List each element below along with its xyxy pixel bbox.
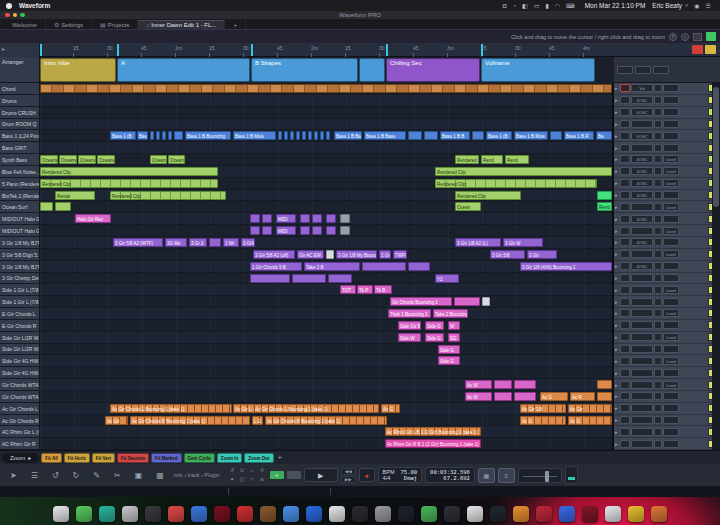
clip[interactable]: Bass 1 B Bouncing [185,131,231,140]
level-block[interactable]: Level [663,357,679,365]
track-lane[interactable]: OceansOceansOceansOceansOceansOceansRend… [40,154,612,165]
clip[interactable]: Bass 1 B R [564,131,594,140]
undo-icon[interactable]: ↺ [52,471,59,480]
rack-block[interactable] [620,250,630,258]
plugin-block[interactable] [631,392,653,400]
shield-icon[interactable]: ◘ [503,3,507,9]
track-lane[interactable]: Rendered ClipRendered Clip [40,178,612,189]
plugin-block[interactable]: 4OSC [631,132,653,140]
app-icon[interactable] [605,506,621,522]
automation-button[interactable] [705,45,716,54]
clip[interactable] [454,297,480,306]
clip[interactable]: 3 Gtr 5/8 [490,250,525,259]
level-block[interactable]: Level [663,381,679,389]
cpu-meter-button[interactable]: ▦ [478,468,495,483]
rack-block[interactable] [654,215,662,223]
control-center-icon[interactable]: ☰ [706,2,711,9]
level-block[interactable] [663,428,679,436]
app-icon[interactable] [99,506,115,522]
track-header[interactable]: 3 Gtr Cherpy Del [0,273,40,284]
siri-icon[interactable]: ◉ [694,2,699,9]
section-marker[interactable] [40,44,42,56]
plugin-block[interactable]: 4OSC [631,108,653,116]
clip[interactable]: MIDI [276,214,296,223]
clip[interactable]: Halo Gtr Rev [75,214,111,223]
track-header[interactable]: AC Rhtm Gtr R [0,438,40,449]
expand-icon[interactable]: ▸ [615,310,619,316]
monitor-icon[interactable] [693,33,702,41]
clip[interactable]: Bass 1 B Bass [364,131,406,140]
clip[interactable]: Side G [425,333,444,342]
expand-icon[interactable]: ▸ [615,168,619,174]
clip[interactable]: Rendered Clip [110,191,226,200]
clip[interactable] [514,392,536,401]
track-header[interactable]: BioTek 2 (Render... [0,190,40,201]
rack-block[interactable] [620,416,630,424]
plugin-block[interactable]: Vol [631,84,653,92]
bell-icon[interactable]: ◔ [512,3,516,9]
track-header[interactable]: E-Gtr Chords L [0,308,40,319]
expand-icon[interactable]: ▸ [615,275,619,281]
rack-block[interactable] [654,440,662,448]
clip[interactable]: Rendered Clip [40,167,218,176]
clip[interactable] [290,131,294,140]
expand-icon[interactable]: ▸ [615,393,619,399]
clip[interactable] [250,274,290,283]
record-safety-button[interactable] [692,45,703,54]
app-icon[interactable] [237,506,253,522]
rack-block[interactable] [654,321,662,329]
track-header[interactable]: Drums CRUSH [0,107,40,118]
clip[interactable] [209,238,221,247]
track-header[interactable]: Drums [0,95,40,106]
track-header[interactable]: Drum ROOM Q [0,119,40,130]
clip[interactable]: 3 Gtr [527,250,557,259]
zoom-preset-zoom-in[interactable]: Zoom In [217,453,243,463]
clip[interactable]: Bass 1 (B [486,131,512,140]
track-lane[interactable]: 3 Gtr 5/8 A2 (off)Gtr AC EW3 Gtr 1/8 My … [40,249,612,260]
track-header[interactable]: Gtr Chords WTA... [0,379,40,390]
clip[interactable]: TOT [340,285,356,294]
plugin-block[interactable]: 4OSC [631,238,653,246]
rack-block[interactable] [654,392,662,400]
clip[interactable] [312,226,322,235]
rack-block[interactable] [654,120,662,128]
track-lane[interactable]: Ac WAc GAc R [40,391,612,402]
clip[interactable]: Bass 1 B Mois [514,131,548,140]
pencil-icon[interactable]: ✎ [93,471,100,480]
clip[interactable]: Ac G [540,392,568,401]
level-block[interactable]: Level [663,333,679,341]
clip[interactable] [326,131,330,140]
rack-block[interactable] [620,215,630,223]
plugin-block[interactable]: 4OSC [631,215,653,223]
arranger-section[interactable] [359,58,385,82]
clip[interactable]: Gtr Chords Bouncing 1 [390,297,452,306]
clip[interactable]: Ac Rhtm Gtr R B 1 (2 Gtr) Bouncing 1 (ta… [385,439,481,448]
breadcrumb[interactable]: min › track › Plugin [174,472,220,478]
rack-block[interactable] [654,428,662,436]
clip[interactable] [340,214,350,223]
rack-block[interactable] [620,333,630,341]
section-marker[interactable] [251,44,253,56]
level-block[interactable] [663,392,679,400]
level-block[interactable] [663,298,679,306]
plugin-block[interactable] [631,345,653,353]
track-header[interactable]: Bass GRIT [0,142,40,153]
tab-projects[interactable]: ▤Projects [92,20,138,29]
clip[interactable]: Ac G [381,404,400,413]
clip[interactable]: Rendered Clip [455,191,521,200]
track-header[interactable]: Chord [0,83,40,94]
clip[interactable] [174,131,183,140]
clip[interactable] [55,202,71,211]
app-icon[interactable] [582,506,598,522]
app-icon[interactable] [628,506,644,522]
skip-buttons[interactable]: ◀◀ ▶▶ [341,468,356,483]
track-lane[interactable]: Side Gtr BSide GW [40,320,612,331]
clip[interactable] [262,226,272,235]
clip[interactable]: 3 Gtr W [503,238,543,247]
level-block[interactable] [663,440,679,448]
expand-icon[interactable]: ▸ [615,334,619,340]
app-icon[interactable] [536,506,552,522]
clip[interactable]: MIDI [276,226,296,235]
level-block[interactable] [663,404,679,412]
rack-block[interactable] [654,167,662,175]
